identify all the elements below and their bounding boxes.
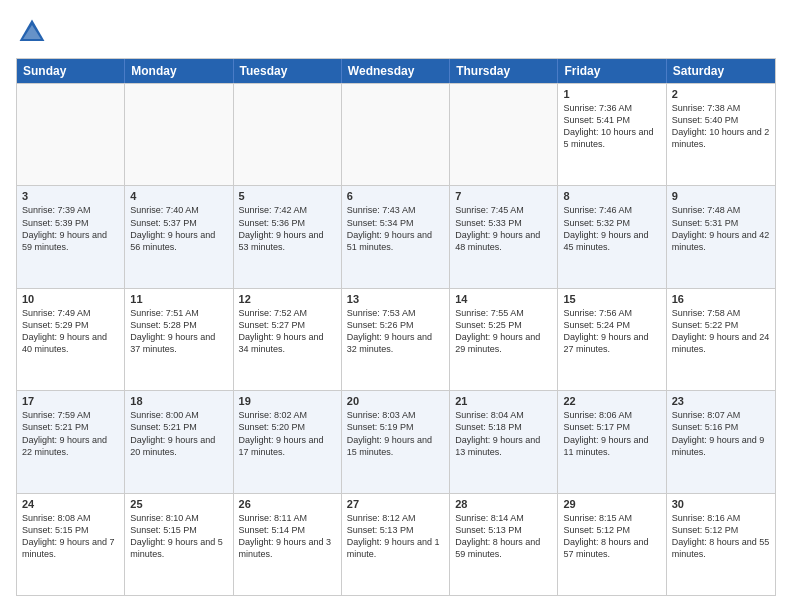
day-number: 25 [130, 498, 227, 510]
page: SundayMondayTuesdayWednesdayThursdayFrid… [0, 0, 792, 612]
calendar-cell: 18Sunrise: 8:00 AM Sunset: 5:21 PM Dayli… [125, 391, 233, 492]
cal-header-cell: Sunday [17, 59, 125, 83]
cell-details: Sunrise: 8:00 AM Sunset: 5:21 PM Dayligh… [130, 409, 227, 458]
calendar-cell: 24Sunrise: 8:08 AM Sunset: 5:15 PM Dayli… [17, 494, 125, 595]
calendar-cell [17, 84, 125, 185]
day-number: 21 [455, 395, 552, 407]
calendar-cell: 5Sunrise: 7:42 AM Sunset: 5:36 PM Daylig… [234, 186, 342, 287]
cell-details: Sunrise: 8:07 AM Sunset: 5:16 PM Dayligh… [672, 409, 770, 458]
cell-details: Sunrise: 8:10 AM Sunset: 5:15 PM Dayligh… [130, 512, 227, 561]
calendar-cell: 20Sunrise: 8:03 AM Sunset: 5:19 PM Dayli… [342, 391, 450, 492]
calendar-cell: 12Sunrise: 7:52 AM Sunset: 5:27 PM Dayli… [234, 289, 342, 390]
cal-header-cell: Wednesday [342, 59, 450, 83]
calendar-cell: 17Sunrise: 7:59 AM Sunset: 5:21 PM Dayli… [17, 391, 125, 492]
calendar-cell: 2Sunrise: 7:38 AM Sunset: 5:40 PM Daylig… [667, 84, 775, 185]
day-number: 19 [239, 395, 336, 407]
cell-details: Sunrise: 7:55 AM Sunset: 5:25 PM Dayligh… [455, 307, 552, 356]
calendar-cell: 9Sunrise: 7:48 AM Sunset: 5:31 PM Daylig… [667, 186, 775, 287]
calendar-cell: 28Sunrise: 8:14 AM Sunset: 5:13 PM Dayli… [450, 494, 558, 595]
day-number: 12 [239, 293, 336, 305]
cell-details: Sunrise: 7:45 AM Sunset: 5:33 PM Dayligh… [455, 204, 552, 253]
cal-header-cell: Monday [125, 59, 233, 83]
day-number: 1 [563, 88, 660, 100]
cell-details: Sunrise: 7:56 AM Sunset: 5:24 PM Dayligh… [563, 307, 660, 356]
cell-details: Sunrise: 7:59 AM Sunset: 5:21 PM Dayligh… [22, 409, 119, 458]
day-number: 17 [22, 395, 119, 407]
cell-details: Sunrise: 7:36 AM Sunset: 5:41 PM Dayligh… [563, 102, 660, 151]
calendar-row: 17Sunrise: 7:59 AM Sunset: 5:21 PM Dayli… [17, 390, 775, 492]
day-number: 13 [347, 293, 444, 305]
cell-details: Sunrise: 7:38 AM Sunset: 5:40 PM Dayligh… [672, 102, 770, 151]
calendar-cell: 22Sunrise: 8:06 AM Sunset: 5:17 PM Dayli… [558, 391, 666, 492]
header [16, 16, 776, 48]
day-number: 6 [347, 190, 444, 202]
day-number: 23 [672, 395, 770, 407]
day-number: 14 [455, 293, 552, 305]
cell-details: Sunrise: 7:42 AM Sunset: 5:36 PM Dayligh… [239, 204, 336, 253]
cell-details: Sunrise: 8:15 AM Sunset: 5:12 PM Dayligh… [563, 512, 660, 561]
calendar-cell: 30Sunrise: 8:16 AM Sunset: 5:12 PM Dayli… [667, 494, 775, 595]
calendar-cell: 1Sunrise: 7:36 AM Sunset: 5:41 PM Daylig… [558, 84, 666, 185]
cal-header-cell: Tuesday [234, 59, 342, 83]
logo [16, 16, 52, 48]
cell-details: Sunrise: 7:48 AM Sunset: 5:31 PM Dayligh… [672, 204, 770, 253]
cell-details: Sunrise: 8:06 AM Sunset: 5:17 PM Dayligh… [563, 409, 660, 458]
cell-details: Sunrise: 7:53 AM Sunset: 5:26 PM Dayligh… [347, 307, 444, 356]
calendar-cell: 15Sunrise: 7:56 AM Sunset: 5:24 PM Dayli… [558, 289, 666, 390]
day-number: 8 [563, 190, 660, 202]
cell-details: Sunrise: 7:52 AM Sunset: 5:27 PM Dayligh… [239, 307, 336, 356]
day-number: 28 [455, 498, 552, 510]
cell-details: Sunrise: 8:11 AM Sunset: 5:14 PM Dayligh… [239, 512, 336, 561]
day-number: 26 [239, 498, 336, 510]
cell-details: Sunrise: 8:14 AM Sunset: 5:13 PM Dayligh… [455, 512, 552, 561]
cell-details: Sunrise: 7:49 AM Sunset: 5:29 PM Dayligh… [22, 307, 119, 356]
calendar-cell: 25Sunrise: 8:10 AM Sunset: 5:15 PM Dayli… [125, 494, 233, 595]
day-number: 2 [672, 88, 770, 100]
cell-details: Sunrise: 7:39 AM Sunset: 5:39 PM Dayligh… [22, 204, 119, 253]
calendar-cell: 7Sunrise: 7:45 AM Sunset: 5:33 PM Daylig… [450, 186, 558, 287]
cell-details: Sunrise: 8:03 AM Sunset: 5:19 PM Dayligh… [347, 409, 444, 458]
calendar-cell: 23Sunrise: 8:07 AM Sunset: 5:16 PM Dayli… [667, 391, 775, 492]
cal-header-cell: Saturday [667, 59, 775, 83]
calendar-cell [450, 84, 558, 185]
calendar-body: 1Sunrise: 7:36 AM Sunset: 5:41 PM Daylig… [17, 83, 775, 595]
calendar-row: 1Sunrise: 7:36 AM Sunset: 5:41 PM Daylig… [17, 83, 775, 185]
day-number: 11 [130, 293, 227, 305]
day-number: 3 [22, 190, 119, 202]
calendar-cell: 19Sunrise: 8:02 AM Sunset: 5:20 PM Dayli… [234, 391, 342, 492]
day-number: 20 [347, 395, 444, 407]
cell-details: Sunrise: 7:43 AM Sunset: 5:34 PM Dayligh… [347, 204, 444, 253]
cell-details: Sunrise: 7:46 AM Sunset: 5:32 PM Dayligh… [563, 204, 660, 253]
calendar-cell: 13Sunrise: 7:53 AM Sunset: 5:26 PM Dayli… [342, 289, 450, 390]
calendar-cell: 27Sunrise: 8:12 AM Sunset: 5:13 PM Dayli… [342, 494, 450, 595]
calendar-row: 3Sunrise: 7:39 AM Sunset: 5:39 PM Daylig… [17, 185, 775, 287]
day-number: 7 [455, 190, 552, 202]
day-number: 27 [347, 498, 444, 510]
cell-details: Sunrise: 8:16 AM Sunset: 5:12 PM Dayligh… [672, 512, 770, 561]
calendar: SundayMondayTuesdayWednesdayThursdayFrid… [16, 58, 776, 596]
day-number: 22 [563, 395, 660, 407]
calendar-cell: 10Sunrise: 7:49 AM Sunset: 5:29 PM Dayli… [17, 289, 125, 390]
cell-details: Sunrise: 8:04 AM Sunset: 5:18 PM Dayligh… [455, 409, 552, 458]
day-number: 30 [672, 498, 770, 510]
calendar-row: 24Sunrise: 8:08 AM Sunset: 5:15 PM Dayli… [17, 493, 775, 595]
calendar-row: 10Sunrise: 7:49 AM Sunset: 5:29 PM Dayli… [17, 288, 775, 390]
day-number: 24 [22, 498, 119, 510]
cell-details: Sunrise: 8:02 AM Sunset: 5:20 PM Dayligh… [239, 409, 336, 458]
calendar-cell [234, 84, 342, 185]
calendar-cell: 21Sunrise: 8:04 AM Sunset: 5:18 PM Dayli… [450, 391, 558, 492]
cal-header-cell: Friday [558, 59, 666, 83]
calendar-cell: 8Sunrise: 7:46 AM Sunset: 5:32 PM Daylig… [558, 186, 666, 287]
calendar-cell: 16Sunrise: 7:58 AM Sunset: 5:22 PM Dayli… [667, 289, 775, 390]
day-number: 15 [563, 293, 660, 305]
generalblue-logo-icon [16, 16, 48, 48]
cell-details: Sunrise: 8:12 AM Sunset: 5:13 PM Dayligh… [347, 512, 444, 561]
day-number: 9 [672, 190, 770, 202]
cell-details: Sunrise: 7:51 AM Sunset: 5:28 PM Dayligh… [130, 307, 227, 356]
cell-details: Sunrise: 7:40 AM Sunset: 5:37 PM Dayligh… [130, 204, 227, 253]
day-number: 5 [239, 190, 336, 202]
calendar-cell: 6Sunrise: 7:43 AM Sunset: 5:34 PM Daylig… [342, 186, 450, 287]
day-number: 29 [563, 498, 660, 510]
calendar-cell [342, 84, 450, 185]
calendar-cell: 3Sunrise: 7:39 AM Sunset: 5:39 PM Daylig… [17, 186, 125, 287]
